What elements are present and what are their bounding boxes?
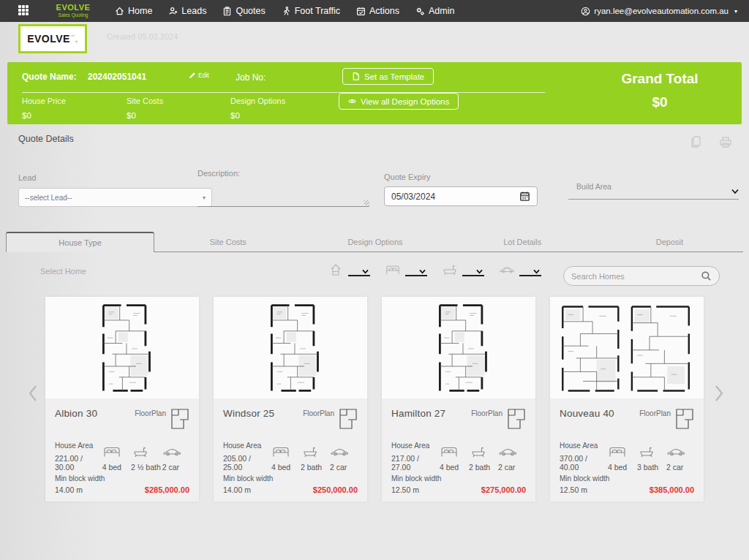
app-grid-icon[interactable]: [18, 5, 30, 17]
bed-icon: [385, 263, 401, 276]
quote-expiry-input[interactable]: [391, 192, 501, 202]
bed-spec: 4 bed: [608, 446, 636, 472]
floorplan-link[interactable]: FloorPlan: [303, 408, 358, 430]
bed-spec: 4 bed: [271, 446, 299, 472]
bed-value: 4 bed: [608, 463, 636, 472]
admin-gears-icon: [415, 7, 425, 16]
bed-spec: 4 bed: [440, 446, 467, 472]
storeys-filter-select[interactable]: [348, 269, 370, 276]
house-name: Nouveau 40: [560, 408, 614, 419]
lead-select[interactable]: --select Lead-- ▾: [18, 188, 212, 207]
search-icon[interactable]: [701, 270, 712, 281]
floorplan-link[interactable]: FloorPlan: [639, 408, 694, 430]
tab[interactable]: House Type: [6, 232, 154, 252]
beds-filter-select[interactable]: [405, 269, 427, 276]
search-homes-input[interactable]: [571, 272, 694, 281]
cars-filter[interactable]: [499, 263, 541, 276]
floorplan-image: [382, 297, 535, 398]
car-spec: 2 car: [330, 446, 358, 472]
nav-home[interactable]: Home: [115, 6, 152, 16]
storeys-filter[interactable]: [328, 263, 370, 276]
carousel-next-button[interactable]: [714, 385, 724, 405]
nav-foot-traffic[interactable]: Foot Traffic: [282, 6, 340, 16]
set-as-template-label: Set as Template: [364, 72, 424, 81]
house-area-value: 370.00 / 40.00: [560, 454, 606, 472]
car-icon: [330, 446, 349, 458]
company-logo: EVOLVE™.: [18, 24, 87, 53]
copy-icon[interactable]: [689, 135, 704, 149]
resize-grip-icon[interactable]: [364, 200, 369, 205]
user-account-menu[interactable]: ryan.lee@evolveautomation.com.au ▾: [581, 7, 737, 16]
print-icon[interactable]: [718, 135, 733, 149]
bath-value: 3 bath: [637, 463, 665, 472]
floorplan-drawing: [425, 301, 493, 395]
chevron-down-icon: ▾: [734, 8, 737, 15]
created-date-text: Created 05.03.2024: [107, 32, 178, 41]
floorplan-image: [45, 297, 199, 398]
house-area-label: House Area: [391, 442, 438, 450]
house-card-list: Albion 30 FloorPlan House Area 221.00 / …: [45, 297, 704, 502]
brand-subtitle: Sales Quoting: [49, 13, 97, 18]
cars-filter-select[interactable]: [519, 269, 541, 276]
nav-quotes[interactable]: Quotes: [222, 6, 265, 16]
search-homes-field: [563, 266, 720, 286]
bath-value: 2 bath: [469, 463, 497, 472]
baths-filter-select[interactable]: [462, 269, 484, 276]
house-card[interactable]: Albion 30 FloorPlan House Area 221.00 / …: [45, 297, 199, 502]
leads-person-icon: [168, 7, 178, 16]
tab-label: House Type: [59, 238, 102, 247]
brand-name: EVOLVE: [49, 4, 97, 12]
baths-filter[interactable]: [442, 263, 484, 276]
file-icon: [352, 72, 360, 80]
edit-quote-name-button[interactable]: Edit: [189, 72, 209, 79]
floorplan-link[interactable]: FloorPlan: [135, 408, 189, 430]
nav-leads[interactable]: Leads: [168, 6, 206, 16]
quote-expiry-field: [384, 186, 538, 206]
edit-label: Edit: [198, 72, 209, 79]
tab-label: Site Costs: [210, 238, 246, 246]
floorplan-drawing: [257, 301, 325, 395]
home-filters: [328, 263, 541, 276]
car-icon: [666, 446, 685, 458]
view-all-design-options-button[interactable]: View all Design Options: [339, 93, 459, 110]
house-card[interactable]: Hamilton 27 FloorPlan House Area 217.00 …: [382, 297, 535, 502]
nav-admin[interactable]: Admin: [415, 6, 454, 16]
set-as-template-button[interactable]: Set as Template: [342, 68, 434, 85]
tab[interactable]: Site Costs: [154, 232, 301, 251]
carousel-prev-button[interactable]: [28, 385, 38, 405]
bath-spec: 2 bath: [301, 446, 328, 472]
floorplan-label: FloorPlan: [639, 409, 671, 417]
calendar-icon[interactable]: [519, 191, 530, 202]
nav-actions-label: Actions: [369, 6, 399, 16]
house-info: Albion 30 FloorPlan House Area 221.00 / …: [45, 398, 199, 502]
brand-logo[interactable]: EVOLVE Sales Quoting: [49, 4, 97, 18]
quote-summary-banner: Quote Name: 202402051041 Edit Job No: Se…: [7, 62, 742, 124]
quotes-clipboard-icon: [222, 7, 232, 16]
house-card[interactable]: Nouveau 40 FloorPlan House Area 370.00 /…: [550, 297, 704, 502]
tab[interactable]: Lot Details: [449, 232, 596, 251]
beds-filter[interactable]: [385, 263, 427, 276]
house-card[interactable]: Windsor 25 FloorPlan House Area 205.00 /…: [214, 297, 367, 502]
floorplan-link[interactable]: FloorPlan: [471, 408, 526, 430]
select-home-label: Select Home: [40, 267, 86, 276]
bath-spec: 2 bath: [469, 446, 497, 472]
house-area-value: 221.00 / 30.00: [55, 454, 101, 472]
house-price: $285,000.00: [145, 485, 189, 494]
bed-spec: 4 bed: [102, 446, 129, 472]
build-area-select[interactable]: [568, 178, 739, 200]
nav-admin-label: Admin: [429, 6, 454, 16]
grand-total-label: Grand Total: [578, 71, 742, 87]
nav-actions[interactable]: Actions: [356, 6, 399, 16]
bed-icon: [102, 446, 121, 458]
quote-details-heading: Quote Details: [18, 134, 74, 144]
tab-label: Lot Details: [503, 238, 541, 246]
min-block-label: Min block width: [560, 474, 609, 483]
house-name: Windsor 25: [223, 408, 274, 419]
description-textarea[interactable]: [197, 183, 369, 207]
tab[interactable]: Deposit: [596, 232, 743, 251]
tab[interactable]: Design Options: [301, 232, 448, 251]
min-block-label: Min block width: [391, 474, 441, 483]
quote-details-actions: [689, 135, 733, 149]
site-costs-label: Site Costs: [127, 97, 163, 105]
car-spec: 2 car: [162, 446, 189, 472]
